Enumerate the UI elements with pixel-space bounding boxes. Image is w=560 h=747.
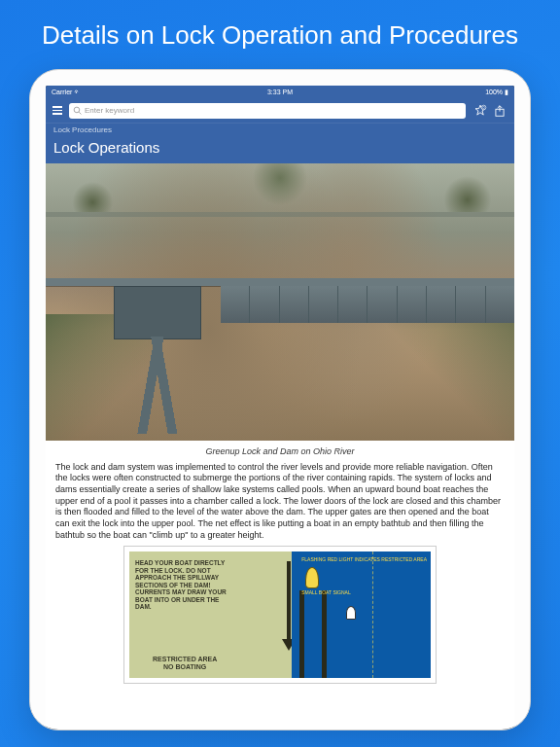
approach-diagram: HEAD YOUR BOAT DIRECTLY FOR THE LOCK. DO…: [124, 547, 436, 683]
svg-point-0: [74, 107, 80, 113]
buoy-icon: [346, 606, 356, 620]
status-bar: Carrier ᯤ 3:33 PM 100% ▮: [46, 86, 514, 99]
search-input[interactable]: [85, 106, 462, 115]
tablet-frame: Carrier ᯤ 3:33 PM 100% ▮ 0 Lock Procedur…: [29, 69, 531, 730]
promo-headline: Details on Lock Operation and Procedures: [13, 19, 547, 52]
menu-button[interactable]: [50, 103, 65, 119]
nav-actions: 0: [470, 104, 510, 118]
hero-image-lock-dam: [46, 163, 514, 441]
app-promo-background: Details on Lock Operation and Procedures…: [0, 0, 560, 747]
bookmark-icon[interactable]: 0: [473, 104, 487, 118]
search-box[interactable]: [69, 103, 466, 119]
breadcrumb[interactable]: Lock Procedures: [46, 123, 514, 136]
svg-text:0: 0: [483, 105, 485, 109]
diagram-warning-text: HEAD YOUR BOAT DIRECTLY FOR THE LOCK. DO…: [135, 559, 232, 610]
status-battery: 100% ▮: [485, 89, 508, 96]
image-caption: Greenup Lock and Dam on Ohio River: [46, 441, 514, 460]
page-title: Lock Operations: [46, 136, 514, 163]
nav-bar: 0: [46, 99, 514, 123]
svg-line-1: [79, 112, 81, 114]
status-time: 3:33 PM: [267, 89, 293, 95]
search-icon: [73, 106, 82, 115]
diagram-restricted-text: RESTRICTED AREANO BOATING: [153, 656, 217, 670]
share-icon[interactable]: [493, 104, 507, 118]
content-area: Greenup Lock and Dam on Ohio River The l…: [46, 163, 514, 729]
article-body: The lock and dam system was implemented …: [46, 460, 514, 548]
diagram-right-labels: FLASHING RED LIGHT INDICATES RESTRICTED …: [301, 557, 427, 605]
status-carrier: Carrier ᯤ: [52, 89, 81, 95]
tablet-screen: Carrier ᯤ 3:33 PM 100% ▮ 0 Lock Procedur…: [46, 86, 514, 729]
